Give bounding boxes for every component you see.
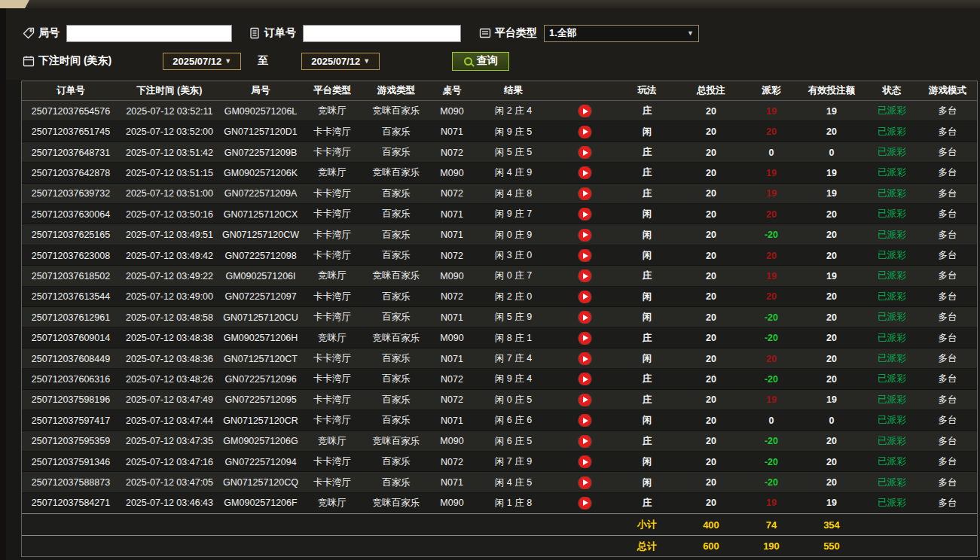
cell-side: 庄 [617,146,677,159]
cell-table: M090 [430,333,474,343]
top-decoration [0,0,980,8]
cell-mode: 多台 [918,476,977,489]
cell-bet: 20 [677,436,745,446]
table-row: 2507120375981962025-07-12 03:47:49GN0722… [22,390,977,410]
cell-play [553,208,617,221]
play-video-button[interactable] [579,187,591,200]
search-icon [464,57,472,65]
cell-time: 2025-07-12 03:48:58 [120,312,219,323]
cell-time: 2025-07-12 03:49:00 [120,291,219,302]
cell-side: 闲 [617,249,677,262]
play-video-button[interactable] [579,269,591,282]
cell-round: GM0902571206L [219,106,302,117]
cell-valid: 20 [798,312,866,323]
cell-time: 2025-07-12 03:51:00 [120,188,219,199]
play-video-button[interactable] [579,394,591,406]
table-row: 2507120375953592025-07-12 03:47:35GM0902… [22,431,977,452]
play-video-button[interactable] [579,497,591,510]
total-valid-bet: 550 [798,540,866,552]
cell-table: N071 [430,209,474,220]
cell-payout: 20 [745,291,798,302]
table-row: 2507120375974172025-07-12 03:47:44GN0712… [22,410,977,431]
cell-bet: 20 [677,291,745,302]
play-video-button[interactable] [579,229,591,242]
play-video-button[interactable] [579,126,591,138]
table-row: 2507120376545762025-07-12 03:52:11GM0902… [22,101,977,121]
play-video-button[interactable] [579,249,591,262]
play-video-button[interactable] [579,352,591,365]
play-video-button[interactable] [579,373,591,385]
list-icon [479,27,491,39]
cell-bet: 20 [677,271,745,282]
play-video-button[interactable] [579,455,591,468]
play-icon [583,273,588,279]
cell-valid: 20 [798,251,866,261]
query-button[interactable]: 查询 [452,52,509,71]
play-icon [583,190,588,196]
cell-status: 已派彩 [866,208,918,221]
cell-valid: 19 [798,106,866,117]
cell-valid: 20 [798,291,866,302]
play-video-button[interactable] [579,208,591,221]
table-row: 2507120376129612025-07-12 03:48:58GN0712… [22,307,977,327]
play-video-button[interactable] [579,414,591,427]
cell-status: 已派彩 [866,229,918,242]
play-video-button[interactable] [579,291,591,303]
play-icon [583,335,588,341]
cell-order: 250712037648731 [22,148,120,158]
column-header-payout: 派彩 [745,84,798,97]
date-from-picker[interactable]: 2025/07/12 ▼ [163,53,241,70]
play-video-button[interactable] [579,166,591,179]
date-to-picker[interactable]: 2025/07/12 ▼ [301,53,380,70]
round-number-input[interactable] [66,25,232,42]
cell-status: 已派彩 [866,476,918,489]
cell-result: 闲 2 庄 0 [474,291,553,303]
play-video-button[interactable] [579,105,591,117]
platform-type-select[interactable]: 1.全部 ▼ [544,25,699,42]
cell-side: 庄 [617,435,677,448]
play-video-button[interactable] [579,476,591,489]
cell-game: 竞咪百家乐 [362,497,430,510]
cell-payout: -20 [745,477,798,488]
cell-play [553,105,617,117]
cell-table: M090 [430,498,474,508]
cell-platform: 卡卡湾厅 [302,291,362,303]
play-icon [583,438,588,444]
cell-platform: 竞咪厅 [302,332,362,345]
cell-table: N071 [430,312,474,323]
cell-payout: 0 [745,415,798,426]
cell-mode: 多台 [918,105,977,117]
cell-bet: 20 [677,188,745,199]
play-video-button[interactable] [579,146,591,159]
clipboard-icon [249,27,261,39]
cell-result: 闲 1 庄 8 [474,497,553,510]
cell-status: 已派彩 [866,455,918,468]
cell-bet: 20 [677,168,745,178]
cell-play [553,146,617,159]
cell-play [553,166,617,179]
column-header-result: 结果 [474,84,553,97]
cell-valid: 20 [798,333,866,343]
cell-game: 竞咪百家乐 [362,166,430,179]
cell-platform: 卡卡湾厅 [302,373,362,385]
cell-side: 庄 [617,187,677,200]
cell-platform: 卡卡湾厅 [302,249,362,262]
cell-round: GM0902571206H [219,333,302,343]
order-number-input[interactable] [303,25,461,42]
play-video-button[interactable] [579,435,591,448]
table-row: 2507120376084492025-07-12 03:48:36GN0712… [22,348,977,369]
cell-side: 闲 [617,352,677,365]
cell-table: N072 [430,148,474,158]
play-video-button[interactable] [579,311,591,324]
cell-valid: 20 [798,374,866,385]
table-row: 2507120376517452025-07-12 03:52:00GN0712… [22,121,977,142]
cell-mode: 多台 [918,455,977,468]
cell-payout: -20 [745,374,798,385]
cell-game: 百家乐 [362,476,430,489]
cell-round: GN07225712095 [219,394,302,405]
cell-bet: 20 [677,126,745,137]
corner-decoration [0,0,29,8]
cell-round: GM0902571206K [219,168,302,178]
column-header-time: 下注时间 (美东) [120,84,219,97]
play-video-button[interactable] [579,332,591,345]
